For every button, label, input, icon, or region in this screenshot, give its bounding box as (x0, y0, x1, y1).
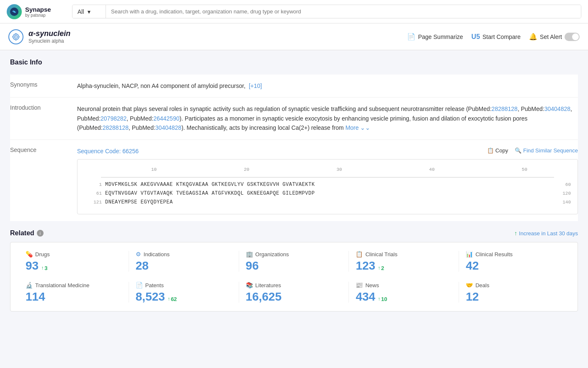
target-icon (8, 29, 23, 44)
page-titles: α-synuclein Synuclein alpha (28, 29, 70, 44)
card-header-6: 📄 Patents (136, 282, 232, 288)
sequence-actions: 📋 Copy 🔍 Find Similar Sequence (487, 147, 578, 155)
sequence-value: Sequence Code: 66256 📋 Copy 🔍 Find Simil… (77, 147, 578, 215)
card-count-row-6: 8,523 ↑62 (136, 291, 232, 303)
pubmed-link-2[interactable]: 30404828 (544, 106, 570, 112)
related-info-icon[interactable]: i (37, 230, 44, 237)
find-similar-sequence-button[interactable]: 🔍 Find Similar Sequence (515, 147, 578, 155)
card-count-row-0: 93 ↑3 (26, 260, 122, 272)
card-count-9: 12 (466, 291, 479, 303)
card-count-row-1: 28 (136, 260, 232, 272)
card-header-5: 🔬 Translational Medicine (26, 282, 122, 288)
alert-toggle[interactable] (565, 33, 580, 41)
up-arrow-icon: ↑ (41, 265, 44, 271)
introduction-row: Introduction Neuronal protein that plays… (10, 98, 578, 139)
related-card-clinical-results[interactable]: 📊 Clinical Results 42 (459, 251, 569, 272)
increase-count: 10 (381, 296, 387, 302)
find-similar-label: Find Similar Sequence (523, 147, 578, 155)
toggle-thumb (572, 33, 579, 40)
card-count-2: 96 (246, 260, 259, 272)
dropdown-label: All (77, 8, 84, 15)
svg-point-1 (13, 11, 15, 13)
card-icon-0: 💊 (26, 251, 33, 257)
card-count-0: 93 (26, 260, 39, 272)
logo-icon (7, 4, 22, 19)
search-type-dropdown[interactable]: All ▾ (72, 5, 106, 18)
pubmed-link-5[interactable]: 28288128 (103, 124, 129, 131)
find-similar-icon: 🔍 (515, 147, 521, 155)
related-card-patents[interactable]: 📄 Patents 8,523 ↑62 (129, 282, 239, 303)
logo-title: Synapse (25, 6, 51, 13)
card-label-8: News (365, 282, 379, 288)
synonyms-more-link[interactable]: [+10] (249, 82, 262, 89)
card-count-row-9: 12 (466, 291, 562, 303)
related-title-area: Related i (10, 229, 44, 237)
card-label-7: Literatures (255, 282, 281, 288)
related-card-translational-medicine[interactable]: 🔬 Translational Medicine 114 (19, 282, 129, 303)
related-card-indications[interactable]: ⚙ Indications 28 (129, 251, 239, 272)
pubmed-link-3[interactable]: 20798282 (101, 115, 126, 122)
start-compare-label: Start Compare (482, 33, 521, 40)
card-count-7: 16,625 (246, 291, 282, 303)
svg-point-4 (15, 36, 17, 37)
card-header-9: 🤝 Deals (466, 282, 562, 288)
basic-info-section: Synonyms Alpha-synuclein, NACP, non A4 c… (10, 75, 578, 221)
card-count-row-5: 114 (26, 291, 122, 303)
related-card-organizations[interactable]: 🏢 Organizations 96 (239, 251, 349, 272)
set-alert-button[interactable]: 🔔 Set Alert (529, 33, 580, 41)
card-label-5: Translational Medicine (35, 282, 90, 288)
intro-text-1: Neuronal protein that plays several role… (77, 106, 492, 112)
sequence-row: Sequence Sequence Code: 66256 📋 Copy 🔍 F… (10, 140, 578, 221)
compare-icon: U5 (472, 33, 480, 41)
related-header: Related i ↑ Increase in Last 30 days (10, 229, 578, 237)
sequence-label: Sequence (10, 147, 77, 215)
related-grid-container: 💊 Drugs 93 ↑3 ⚙ Indications 28 🏢 Organiz… (10, 242, 578, 311)
search-input[interactable] (106, 5, 581, 18)
related-card-deals[interactable]: 🤝 Deals 12 (459, 282, 569, 303)
related-card-clinical-trials[interactable]: 📋 Clinical Trials 123 ↑2 (349, 251, 459, 272)
seq-num-2: 61 (84, 190, 105, 198)
basic-info-title: Basic Info (10, 59, 578, 66)
alert-icon: 🔔 (529, 33, 537, 41)
ruler-50: 50 (478, 166, 571, 174)
start-compare-button[interactable]: U5 Start Compare (472, 33, 521, 41)
set-alert-label: Set Alert (540, 33, 562, 40)
logo-text: Synapse by patsnap (25, 6, 51, 18)
ruler-20: 20 (200, 166, 293, 174)
related-card-news[interactable]: 📰 News 434 ↑10 (349, 282, 459, 303)
card-label-9: Deals (475, 282, 489, 288)
increase-badge: ↑62 (168, 296, 177, 302)
page-main-title: α-synuclein (28, 29, 70, 38)
introduction-more-link[interactable]: More ⌄⌄ (346, 123, 371, 132)
card-header-0: 💊 Drugs (26, 251, 122, 257)
increase-badge: ↑10 (378, 296, 387, 302)
sub-header: α-synuclein Synuclein alpha 📄 Page Summa… (0, 23, 588, 50)
card-count-row-2: 96 (246, 260, 342, 272)
card-label-6: Patents (145, 282, 164, 288)
card-icon-8: 📰 (356, 282, 363, 288)
page-summarize-button[interactable]: 📄 Page Summarize (407, 33, 463, 41)
pubmed-link-4[interactable]: 26442590 (153, 115, 179, 122)
card-count-5: 114 (26, 291, 45, 303)
synonyms-row: Synonyms Alpha-synuclein, NACP, non A4 c… (10, 75, 578, 98)
pubmed-link-1[interactable]: 28288128 (492, 106, 518, 112)
seq-line-3: 121 DNEAYEMPSE EGYQDYEPEA 140 (84, 198, 571, 206)
pubmed-link-6[interactable]: 30404828 (155, 124, 181, 131)
card-header-4: 📊 Clinical Results (466, 251, 562, 257)
card-icon-4: 📊 (466, 251, 473, 257)
increase-text-label: Increase in Last 30 days (519, 230, 578, 237)
related-card-drugs[interactable]: 💊 Drugs 93 ↑3 (19, 251, 129, 272)
synonyms-value: Alpha-synuclein, NACP, non A4 component … (77, 81, 578, 90)
introduction-label: Introduction (10, 104, 77, 132)
seq-end-3: 140 (562, 199, 571, 206)
copy-sequence-button[interactable]: 📋 Copy (487, 147, 508, 155)
seq-content-3: DNEAYEMPSE EGYQDYEPEA (105, 198, 173, 206)
related-card-literatures[interactable]: 📚 Literatures 16,625 (239, 282, 349, 303)
sequence-code[interactable]: Sequence Code: 66256 (77, 147, 139, 156)
sequence-box: 10 20 30 40 50 1 MDVFMKGLSK AKEGVVAAAE K… (77, 159, 578, 214)
related-grid: 💊 Drugs 93 ↑3 ⚙ Indications 28 🏢 Organiz… (19, 251, 569, 303)
seq-num-3: 121 (84, 199, 105, 206)
card-icon-5: 🔬 (26, 282, 33, 288)
card-label-2: Organizations (255, 251, 289, 257)
logo-subtitle: by patsnap (25, 13, 51, 18)
